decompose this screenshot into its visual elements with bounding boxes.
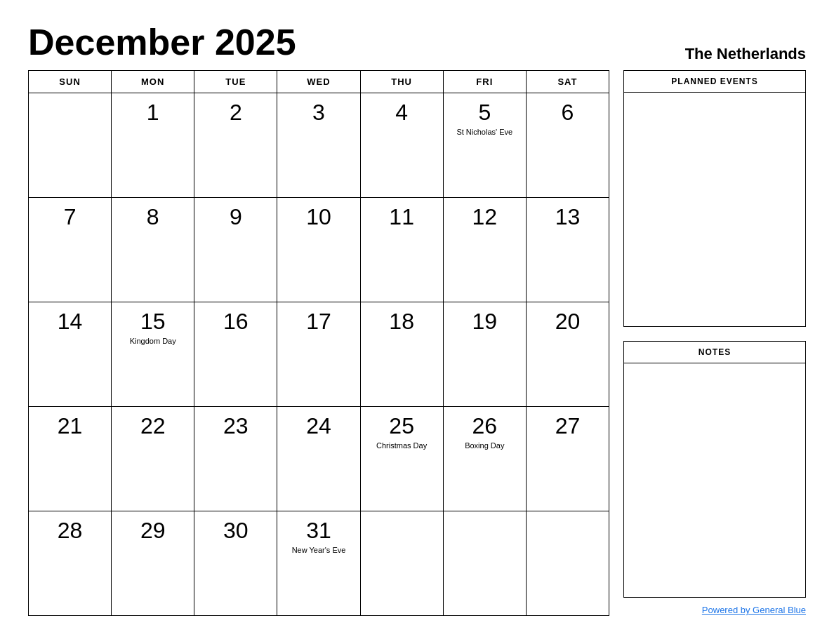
day-number: 22 [140,412,166,439]
day-cell-inner: 15Kingdom Day [119,308,187,347]
calendar-cell [360,511,443,616]
calendar-cell: 11 [360,198,443,302]
calendar-table: SUNMONTUEWEDTHUFRISAT 12345St Nicholas' … [28,70,609,616]
notes-box: NOTES [623,341,806,598]
day-event: New Year's Eve [292,545,346,555]
dow-header-thu: THU [360,71,443,93]
day-event: Christmas Day [376,441,427,450]
day-cell-inner: 31New Year's Eve [284,517,352,556]
day-number: 31 [306,517,331,544]
day-number: 5 [478,99,491,126]
day-number: 28 [58,517,83,544]
day-cell-inner: 19 [451,308,519,335]
day-number: 8 [147,203,159,230]
days-of-week-row: SUNMONTUEWEDTHUFRISAT [29,71,609,93]
calendar-cell: 10 [277,198,360,302]
dow-header-sun: SUN [29,71,112,93]
calendar-cell: 4 [360,93,443,198]
day-cell-inner: 14 [36,308,104,335]
day-cell-inner: 18 [368,308,436,335]
calendar-cell: 28 [29,511,112,616]
calendar-cell [526,511,609,616]
day-cell-inner: 6 [534,99,602,126]
calendar-cell: 29 [112,511,194,616]
day-cell-inner: 9 [201,203,270,230]
day-cell-inner: 5St Nicholas' Eve [451,99,519,137]
powered-by-link[interactable]: Powered by General Blue [702,605,806,615]
day-number: 2 [230,99,242,126]
day-number: 27 [555,412,581,439]
day-number: 25 [389,412,414,439]
day-number: 4 [395,99,408,126]
dow-header-sat: SAT [526,71,609,93]
day-cell-inner: 8 [119,203,187,230]
planned-events-box: PLANNED EVENTS [623,70,806,327]
day-number: 3 [312,99,325,126]
dow-header-tue: TUE [194,71,277,93]
dow-header-fri: FRI [443,71,526,93]
calendar-week-1: 12345St Nicholas' Eve6 [29,93,609,198]
main-layout: SUNMONTUEWEDTHUFRISAT 12345St Nicholas' … [28,70,806,616]
day-number: 20 [555,308,581,335]
day-cell-inner: 17 [284,308,352,335]
calendar-cell: 22 [112,407,194,511]
planned-events-content [624,93,805,326]
day-number: 24 [306,412,331,439]
calendar-cell: 15Kingdom Day [112,302,194,407]
calendar-cell: 19 [443,302,526,407]
day-cell-inner: 13 [534,203,602,230]
calendar-week-2: 78910111213 [29,198,609,302]
calendar-cell: 31New Year's Eve [277,511,360,616]
calendar-section: SUNMONTUEWEDTHUFRISAT 12345St Nicholas' … [28,70,609,616]
calendar-cell: 30 [194,511,277,616]
day-cell-inner: 1 [119,99,187,126]
day-number: 10 [306,203,331,230]
day-number: 1 [147,99,159,126]
day-cell-inner: 12 [451,203,519,230]
day-number: 15 [140,308,166,335]
day-cell-inner: 22 [119,412,187,439]
day-event: Kingdom Day [130,336,176,346]
day-cell-inner: 21 [36,412,104,439]
day-number: 29 [140,517,166,544]
day-number: 6 [562,99,574,126]
calendar-cell: 16 [194,302,277,407]
day-cell-inner: 30 [201,517,270,544]
day-number: 12 [472,203,497,230]
calendar-cell: 26Boxing Day [443,407,526,511]
day-cell-inner: 4 [368,99,436,126]
calendar-cell [443,511,526,616]
sidebar: PLANNED EVENTS NOTES Powered by General … [623,70,806,616]
calendar-cell: 6 [526,93,609,198]
page-header: December 2025 The Netherlands [28,21,806,63]
day-cell-inner: 11 [368,203,436,230]
day-number: 16 [223,308,249,335]
calendar-week-5: 28293031New Year's Eve [29,511,609,616]
calendar-week-3: 1415Kingdom Day1617181920 [29,302,609,407]
notes-title: NOTES [624,342,805,363]
month-title: December 2025 [28,21,296,63]
calendar-cell: 25Christmas Day [360,407,443,511]
calendar-cell: 13 [526,198,609,302]
calendar-cell: 8 [112,198,194,302]
day-cell-inner: 25Christmas Day [368,412,436,451]
day-number: 13 [555,203,581,230]
calendar-cell: 3 [277,93,360,198]
calendar-cell: 21 [29,407,112,511]
day-cell-inner: 24 [284,412,352,439]
day-cell-inner: 10 [284,203,352,230]
day-cell-inner: 23 [201,412,270,439]
calendar-cell: 14 [29,302,112,407]
planned-events-title: PLANNED EVENTS [624,71,805,93]
calendar-cell: 1 [112,93,194,198]
powered-by-text: Powered by General Blue [702,605,806,615]
day-number: 30 [223,517,249,544]
calendar-cell: 5St Nicholas' Eve [443,93,526,198]
day-number: 21 [58,412,83,439]
day-event: Boxing Day [465,441,504,450]
day-cell-inner: 2 [201,99,270,126]
day-cell-inner: 29 [119,517,187,544]
dow-header-mon: MON [112,71,194,93]
calendar-cell: 7 [29,198,112,302]
dow-header-wed: WED [277,71,360,93]
